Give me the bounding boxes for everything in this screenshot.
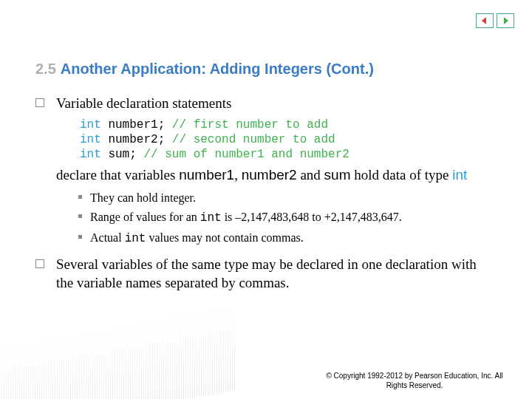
- prev-arrow-icon: [480, 16, 489, 25]
- code-block: int number1; // first number to add int …: [80, 117, 497, 162]
- code-line-3: int sum; // sum of number1 and number2: [80, 147, 497, 162]
- nav-buttons: [476, 13, 514, 28]
- content-area: Variable declaration statements int numb…: [35, 95, 497, 296]
- bullet-2-text: Several variables of the same type may b…: [56, 256, 497, 292]
- sub-bullet-2: Range of values for an int is –2,147,483…: [78, 208, 497, 228]
- bullet-1-lead: Variable declaration statements: [56, 95, 497, 113]
- bullet-1: Variable declaration statements int numb…: [35, 95, 497, 248]
- sub-bullet-1: They can hold integer.: [78, 188, 497, 208]
- code-line-1: int number1; // first number to add: [80, 117, 497, 132]
- slide-title: 2.5Another Application: Adding Integers …: [35, 61, 374, 78]
- sub-bullets: They can hold integer. Range of values f…: [78, 188, 497, 248]
- prev-button[interactable]: [476, 13, 494, 28]
- bullet-2: Several variables of the same type may b…: [35, 256, 497, 292]
- title-text: Another Application: Adding Integers (Co…: [61, 61, 374, 77]
- copyright-text: © Copyright 1992-2012 by Pearson Educati…: [322, 371, 507, 390]
- code-line-2: int number2; // second number to add: [80, 132, 497, 147]
- bullet-1-tail: declare that variables number1, number2 …: [56, 166, 497, 185]
- decorative-lines: [0, 294, 236, 399]
- next-button[interactable]: [497, 13, 514, 28]
- section-number: 2.5: [35, 61, 56, 77]
- next-arrow-icon: [501, 16, 510, 25]
- sub-bullet-3: Actual int values may not contain commas…: [78, 228, 497, 249]
